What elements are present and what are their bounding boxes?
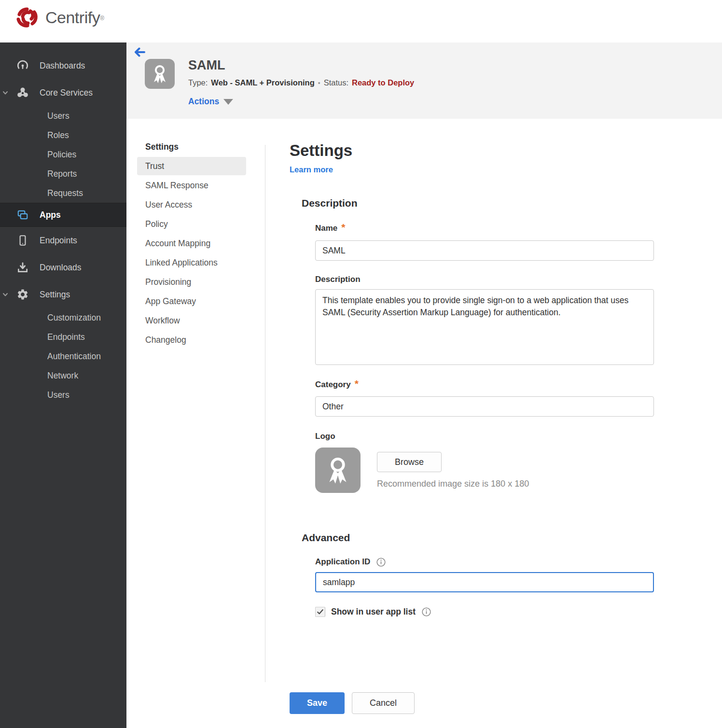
sidebar-item-label: Settings	[40, 290, 70, 300]
sidebar-item-downloads[interactable]: Downloads	[0, 254, 126, 281]
sidebar-item-customization[interactable]: Customization	[0, 308, 126, 327]
sidebar-item-dashboards[interactable]: Dashboards	[0, 52, 126, 79]
subnav-item-user-access[interactable]: User Access	[137, 196, 246, 214]
description-fields: Name * Description This template enables…	[315, 223, 666, 493]
subnav-item-app-gateway[interactable]: App Gateway	[137, 292, 246, 310]
gear-icon	[16, 288, 29, 301]
sidebar-item-label: Dashboards	[40, 61, 85, 71]
sidebar-item-label: Customization	[47, 313, 101, 323]
application-id-label-row: Application ID	[315, 557, 666, 567]
sidebar-item-label: Apps	[40, 210, 61, 220]
chevron-down-icon[interactable]	[2, 291, 9, 298]
category-label: Category *	[315, 379, 666, 390]
sidebar-item-label: Reports	[47, 169, 77, 179]
page-title: Settings	[290, 141, 666, 160]
info-icon[interactable]	[376, 557, 386, 567]
sidebar-item-apps[interactable]: Apps	[0, 203, 126, 227]
sidebar-item-settings-users[interactable]: Users	[0, 385, 126, 405]
subnav-item-linked-applications[interactable]: Linked Applications	[137, 253, 246, 272]
caret-down-icon	[223, 99, 233, 105]
name-input[interactable]	[315, 240, 654, 261]
sidebar-item-label: Downloads	[40, 263, 82, 273]
sidebar-item-users[interactable]: Users	[0, 106, 126, 126]
core-services-icon	[16, 86, 29, 99]
apps-icon	[16, 209, 29, 221]
save-button[interactable]: Save	[290, 692, 345, 714]
sidebar-item-label: Endpoints	[47, 332, 85, 342]
gauge-icon	[16, 59, 29, 72]
subnav-item-saml-response[interactable]: SAML Response	[137, 176, 246, 195]
status-value: Ready to Deploy	[352, 78, 414, 87]
logo-upload-controls: Browse Recommended image size is 180 x 1…	[377, 448, 529, 489]
meta-separator: •	[318, 79, 320, 87]
subnav: Settings Trust SAML Response User Access…	[137, 142, 257, 350]
sidebar-item-reports[interactable]: Reports	[0, 164, 126, 183]
name-label: Name *	[315, 223, 666, 234]
description-textarea[interactable]: This template enables you to provide sin…	[315, 289, 654, 365]
vertical-divider	[265, 145, 265, 682]
top-bar: Centrify®	[0, 0, 722, 42]
sidebar-item-label: Users	[47, 111, 69, 121]
sidebar-item-label: Users	[47, 390, 69, 400]
app-header-band: SAML Type: Web - SAML + Provisioning • S…	[126, 42, 722, 119]
show-in-user-app-list-row: Show in user app list	[315, 607, 666, 617]
learn-more-link[interactable]: Learn more	[290, 164, 333, 175]
subnav-header: Settings	[137, 142, 257, 152]
logo-thumbnail-badge-icon	[315, 448, 361, 493]
info-icon[interactable]	[421, 607, 431, 617]
app-logo-badge-icon	[145, 59, 175, 89]
sidebar-item-label: Roles	[47, 130, 69, 140]
sidebar-item-requests[interactable]: Requests	[0, 183, 126, 203]
required-asterisk: *	[355, 379, 359, 388]
sidebar: Dashboards Core Services Users Roles Pol…	[0, 42, 126, 728]
subnav-item-workflow[interactable]: Workflow	[137, 311, 246, 330]
logo-hint: Recommended image size is 180 x 180	[377, 479, 529, 489]
download-icon	[16, 261, 29, 274]
chevron-down-icon[interactable]	[2, 89, 9, 96]
back-arrow-icon[interactable]	[134, 47, 146, 58]
sidebar-item-label: Requests	[47, 188, 83, 198]
sidebar-item-settings[interactable]: Settings	[0, 281, 126, 308]
centrify-swirl-icon	[14, 5, 40, 30]
actions-dropdown[interactable]: Actions	[188, 97, 233, 107]
show-in-user-app-list-label: Show in user app list	[331, 607, 416, 617]
sidebar-item-label: Network	[47, 371, 78, 381]
sidebar-item-endpoints[interactable]: Endpoints	[0, 227, 126, 254]
category-input[interactable]	[315, 396, 654, 417]
settings-form: Settings Learn more Description Name * D…	[290, 119, 666, 714]
sidebar-item-roles[interactable]: Roles	[0, 126, 126, 145]
browse-button[interactable]: Browse	[377, 452, 442, 472]
subnav-item-policy[interactable]: Policy	[137, 215, 246, 233]
sidebar-item-core-services[interactable]: Core Services	[0, 79, 126, 106]
cancel-button[interactable]: Cancel	[352, 692, 415, 714]
sidebar-item-label: Endpoints	[40, 236, 77, 246]
sidebar-item-network[interactable]: Network	[0, 366, 126, 385]
app-title: SAML	[188, 58, 225, 73]
description-label: Description	[315, 274, 666, 285]
description-section-heading: Description	[302, 197, 666, 210]
subnav-item-trust[interactable]: Trust	[137, 157, 246, 175]
logo-row: Browse Recommended image size is 180 x 1…	[315, 448, 666, 493]
sidebar-item-label: Policies	[47, 150, 76, 160]
sidebar-item-policies[interactable]: Policies	[0, 145, 126, 164]
brand-name: Centrify®	[45, 8, 104, 27]
type-label: Type:	[188, 78, 208, 87]
status-label: Status:	[324, 78, 348, 87]
sidebar-item-settings-endpoints[interactable]: Endpoints	[0, 327, 126, 347]
actions-label: Actions	[188, 97, 219, 107]
subnav-item-account-mapping[interactable]: Account Mapping	[137, 234, 246, 252]
sidebar-item-label: Core Services	[40, 88, 93, 98]
required-asterisk: *	[341, 223, 345, 232]
subnav-item-changelog[interactable]: Changelog	[137, 331, 246, 349]
show-in-user-app-list-checkbox[interactable]	[315, 607, 325, 617]
logo-label: Logo	[315, 431, 666, 442]
subnav-item-provisioning[interactable]: Provisioning	[137, 273, 246, 291]
form-buttons: Save Cancel	[290, 692, 666, 714]
centrify-logo: Centrify®	[14, 5, 104, 30]
device-icon	[16, 234, 29, 247]
advanced-fields: Application ID Show in user app list Sav…	[315, 557, 666, 714]
application-id-input[interactable]	[315, 572, 654, 592]
sidebar-item-label: Authentication	[47, 351, 101, 362]
content-area: Settings Trust SAML Response User Access…	[126, 119, 722, 728]
sidebar-item-authentication[interactable]: Authentication	[0, 347, 126, 366]
